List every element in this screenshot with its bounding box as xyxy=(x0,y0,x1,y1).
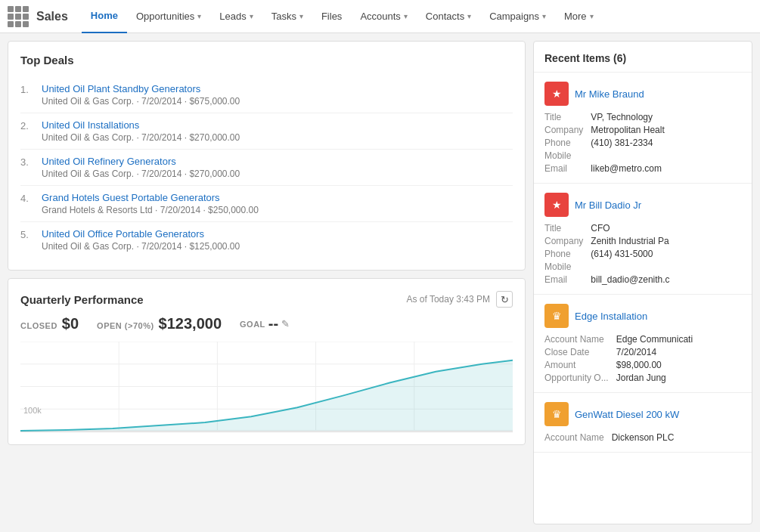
field-label: Account Name xyxy=(544,334,609,345)
chevron-down-icon: ▾ xyxy=(250,12,253,20)
deal-info: United Oil Installations United Oil & Ga… xyxy=(42,119,240,143)
chevron-down-icon: ▾ xyxy=(404,12,408,20)
deal-item: 3. United Oil Refinery Generators United… xyxy=(20,150,513,186)
field-label: Title xyxy=(544,223,583,234)
edit-icon[interactable]: ✎ xyxy=(281,318,290,329)
recent-item-name[interactable]: GenWatt Diesel 200 kW xyxy=(575,409,679,420)
deal-name[interactable]: United Oil Office Portable Generators xyxy=(42,228,240,240)
field-label: Mobile xyxy=(544,150,583,161)
field-value: $98,000.00 xyxy=(616,360,715,370)
recent-items-panel: Recent Items (6) ★ Mr Mike Braund TitleV… xyxy=(533,41,752,524)
field-label: Company xyxy=(544,125,583,135)
goal-value: -- xyxy=(268,315,278,332)
deal-list: 1. United Oil Plant Standby Generators U… xyxy=(20,77,513,258)
app-grid-icon[interactable] xyxy=(8,6,29,27)
nav-opportunities[interactable]: Opportunities ▾ xyxy=(127,0,210,33)
top-deals-title: Top Deals xyxy=(20,54,513,66)
contact-icon: ★ xyxy=(544,193,569,217)
deal-name[interactable]: United Oil Plant Standby Generators xyxy=(42,83,240,94)
closed-value: $0 xyxy=(62,315,79,332)
recent-item: ★ Mr Bill Dadio Jr TitleCFOCompanyZenith… xyxy=(534,184,752,295)
refresh-button[interactable]: ↻ xyxy=(496,291,513,308)
field-label: Company xyxy=(544,236,583,246)
field-label: Phone xyxy=(544,138,583,148)
app-brand: Sales xyxy=(36,10,68,23)
recent-item-top: ★ Mr Mike Braund xyxy=(544,82,741,106)
recent-item-name[interactable]: Edge Installation xyxy=(575,311,647,322)
field-value: Dickenson PLC xyxy=(612,432,710,443)
field-value xyxy=(591,150,689,161)
field-value: Edge Communicati xyxy=(616,334,715,345)
field-value: 7/20/2014 xyxy=(616,347,715,357)
recent-item-top: ♛ GenWatt Diesel 200 kW xyxy=(544,402,741,426)
quarterly-asof: As of Today 3:43 PM xyxy=(406,294,490,305)
deal-item: 1. United Oil Plant Standby Generators U… xyxy=(20,77,513,113)
recent-item-name[interactable]: Mr Mike Braund xyxy=(575,88,644,100)
deal-name[interactable]: United Oil Refinery Generators xyxy=(42,156,240,167)
recent-item: ♛ GenWatt Diesel 200 kW Account NameDick… xyxy=(534,393,752,453)
quarterly-title: Quarterly Performance xyxy=(20,293,144,306)
deal-meta: United Oil & Gas Corp. · 7/20/2014 · $27… xyxy=(42,169,240,179)
recent-item: ♛ Edge Installation Account NameEdge Com… xyxy=(534,295,752,393)
field-label: Email xyxy=(544,274,583,285)
deal-info: Grand Hotels Guest Portable Generators G… xyxy=(42,192,259,215)
field-label: Title xyxy=(544,112,583,122)
quarterly-chart: 100k xyxy=(20,342,513,432)
deal-meta: Grand Hotels & Resorts Ltd · 7/20/2014 ·… xyxy=(42,205,259,215)
nav-campaigns[interactable]: Campaigns ▾ xyxy=(480,0,555,33)
deal-number: 3. xyxy=(20,156,42,168)
field-value: bill_dadio@zenith.c xyxy=(591,274,689,285)
recent-fields: Account NameDickenson PLC xyxy=(544,432,741,443)
chevron-down-icon: ▾ xyxy=(590,12,594,20)
goal-stat: GOAL -- ✎ xyxy=(240,315,290,332)
recent-fields: TitleVP, TechnologyCompanyMetropolitan H… xyxy=(544,112,741,174)
deal-meta: United Oil & Gas Corp. · 7/20/2014 · $12… xyxy=(42,241,240,252)
deal-name[interactable]: Grand Hotels Guest Portable Generators xyxy=(42,192,259,203)
deal-info: United Oil Office Portable Generators Un… xyxy=(42,228,240,252)
field-label: Mobile xyxy=(544,261,583,272)
open-stat: OPEN (>70%) $123,000 xyxy=(97,315,222,332)
quarterly-stats: CLOSED $0 OPEN (>70%) $123,000 GOAL -- ✎ xyxy=(20,315,513,332)
nav-home[interactable]: Home xyxy=(82,0,127,33)
navigation: Sales Home Opportunities ▾ Leads ▾ Tasks… xyxy=(0,0,760,33)
field-value: likeb@metro.com xyxy=(591,163,689,174)
quarterly-card: Quarterly Performance As of Today 3:43 P… xyxy=(8,278,526,445)
deal-number: 2. xyxy=(20,119,42,131)
chevron-down-icon: ▾ xyxy=(299,12,303,20)
field-label: Amount xyxy=(544,360,609,370)
nav-tasks[interactable]: Tasks ▾ xyxy=(262,0,312,33)
field-label: Phone xyxy=(544,249,583,259)
deal-item: 4. Grand Hotels Guest Portable Generator… xyxy=(20,186,513,222)
nav-accounts[interactable]: Accounts ▾ xyxy=(351,0,416,33)
recent-item-top: ★ Mr Bill Dadio Jr xyxy=(544,193,741,217)
field-label: Email xyxy=(544,163,583,174)
nav-leads[interactable]: Leads ▾ xyxy=(210,0,262,33)
open-label: OPEN (>70%) xyxy=(97,321,154,330)
deal-item: 5. United Oil Office Portable Generators… xyxy=(20,222,513,258)
recent-items-header: Recent Items (6) xyxy=(534,42,752,73)
nav-files[interactable]: Files xyxy=(312,0,351,33)
open-value: $123,000 xyxy=(159,315,222,332)
field-value xyxy=(591,261,689,272)
left-column: Top Deals 1. United Oil Plant Standby Ge… xyxy=(8,41,526,524)
goal-label: GOAL xyxy=(240,320,265,329)
field-value: VP, Technology xyxy=(591,112,689,122)
nav-more[interactable]: More ▾ xyxy=(555,0,603,33)
field-value: (410) 381-2334 xyxy=(591,138,689,148)
contact-icon: ★ xyxy=(544,82,569,106)
chevron-down-icon: ▾ xyxy=(197,12,201,20)
nav-contacts[interactable]: Contacts ▾ xyxy=(417,0,480,33)
main-layout: Top Deals 1. United Oil Plant Standby Ge… xyxy=(0,33,760,532)
recent-items-list: ★ Mr Mike Braund TitleVP, TechnologyComp… xyxy=(534,73,752,453)
field-value: Jordan Jung xyxy=(616,373,715,383)
field-label: Close Date xyxy=(544,347,609,357)
quarterly-header: Quarterly Performance As of Today 3:43 P… xyxy=(20,291,513,308)
recent-item-name[interactable]: Mr Bill Dadio Jr xyxy=(575,200,641,211)
deal-info: United Oil Plant Standby Generators Unit… xyxy=(42,83,240,107)
recent-item-top: ♛ Edge Installation xyxy=(544,304,741,328)
deal-name[interactable]: United Oil Installations xyxy=(42,119,240,131)
deal-meta: United Oil & Gas Corp. · 7/20/2014 · $27… xyxy=(42,132,240,143)
quarterly-controls: As of Today 3:43 PM ↻ xyxy=(406,291,513,308)
recent-item: ★ Mr Mike Braund TitleVP, TechnologyComp… xyxy=(534,73,752,184)
opportunity-icon: ♛ xyxy=(544,402,569,426)
